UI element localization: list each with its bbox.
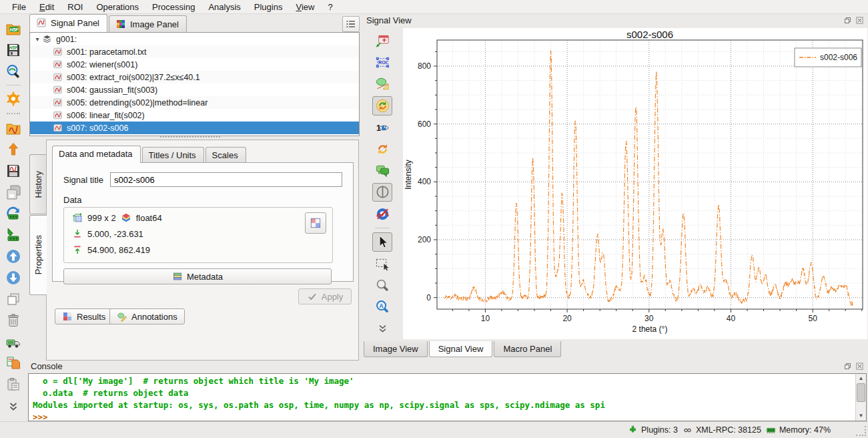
scroll-down-arrow[interactable]: ▼ xyxy=(859,411,864,421)
tree-item-s004[interactable]: s004: gaussian_fit(s003) xyxy=(30,83,359,96)
scroll-up-arrow[interactable]: ▲ xyxy=(859,374,864,383)
save-signal-button[interactable] xyxy=(5,162,22,180)
tree-item-label: s006: linear_fit(s002) xyxy=(67,111,145,120)
menu-plugins[interactable]: Plugins xyxy=(248,1,290,13)
menu-roi[interactable]: ROI xyxy=(61,1,89,13)
float-button[interactable] xyxy=(843,361,853,371)
reload-memory-button[interactable] xyxy=(5,205,22,222)
view-tab-image-view[interactable]: Image View xyxy=(364,341,428,357)
menu-view[interactable]: View xyxy=(289,1,321,13)
more-actions-icon xyxy=(5,398,21,414)
view-tab-macro-panel[interactable]: Macro Panel xyxy=(494,341,561,357)
properties-area: HistoryProperties Data and metadataTitle… xyxy=(29,140,358,359)
view-one-curve-button[interactable]: 1 xyxy=(373,119,392,137)
tree-item-s001[interactable]: s001: paracetamol.txt xyxy=(30,45,359,58)
delete-all-button[interactable] xyxy=(5,333,22,351)
annotations-shapes-button[interactable] xyxy=(373,75,392,93)
apply-check-icon xyxy=(307,291,318,302)
tab-signal-panel[interactable]: Signal Panel xyxy=(29,14,107,32)
menu-processing[interactable]: Processing xyxy=(145,1,201,13)
main-toolbar: H5FH5F xyxy=(0,14,27,423)
import-text-button[interactable] xyxy=(5,141,22,158)
more-tools-button[interactable] xyxy=(373,319,392,337)
signal-title-label: Signal title xyxy=(63,175,103,185)
tree-item-s005[interactable]: s005: detrending(s002)|method=linear xyxy=(30,96,359,109)
duplicate-icon xyxy=(5,291,21,307)
datalab-window: FileEditROIOperationsProcessingAnalysisP… xyxy=(0,0,868,438)
export-memory-button[interactable] xyxy=(5,226,22,244)
rectangle-select-button[interactable] xyxy=(373,255,392,273)
apply-button[interactable]: Apply xyxy=(298,288,352,304)
results-button[interactable]: Results xyxy=(55,308,113,324)
menu-bar: FileEditROIOperationsProcessingAnalysisP… xyxy=(0,0,868,14)
roi-button[interactable]: ROI xyxy=(373,53,392,71)
annotations-button[interactable]: Annotations xyxy=(109,308,185,324)
signal-title-input[interactable] xyxy=(110,172,342,187)
cross-section-button[interactable] xyxy=(372,183,392,202)
properties-frame: Data and metadataTitles / UnitsScales Si… xyxy=(46,140,359,361)
expander-icon[interactable]: ▾ xyxy=(33,35,42,43)
close-button[interactable] xyxy=(855,15,865,25)
autoscale-button[interactable]: A xyxy=(373,298,392,316)
refresh-icon xyxy=(375,142,390,157)
tab-label: Image Panel xyxy=(130,19,179,29)
side-tab-history[interactable]: History xyxy=(29,154,46,214)
curve-antialiasing-button[interactable] xyxy=(373,205,392,223)
view-in-new-window-button[interactable] xyxy=(373,33,392,51)
signal-tree[interactable]: ▾g001:s001: paracetamol.txts002: wiener(… xyxy=(29,32,360,136)
open-hdf5-button[interactable]: H5F xyxy=(5,20,22,37)
tree-item-s006[interactable]: s006: linear_fit(s002) xyxy=(30,109,359,122)
save-hdf5-button[interactable]: H5F xyxy=(5,41,22,59)
refresh-button[interactable] xyxy=(373,140,392,158)
scroll-thumb[interactable] xyxy=(857,383,865,402)
list-menu-icon xyxy=(345,18,357,30)
browse-hdf5-icon xyxy=(5,63,21,79)
menu-operations[interactable]: Operations xyxy=(89,1,145,13)
auto-refresh-button[interactable] xyxy=(372,96,392,116)
tree-item-s003[interactable]: s003: extract_roi(s002)|37.2≤x≤40.1 xyxy=(30,71,359,83)
settings-button[interactable] xyxy=(5,90,22,107)
menu-file[interactable]: File xyxy=(5,1,33,13)
select-tool-button[interactable] xyxy=(372,232,392,252)
prop-tab-data-and-metadata[interactable]: Data and metadata xyxy=(52,146,141,163)
data-shape: 999 x 2 xyxy=(87,213,116,223)
plot-canvas[interactable]: 10203040500200400600800s002-s0062 theta … xyxy=(403,28,867,339)
tab-image-panel[interactable]: Image Panel xyxy=(109,15,187,32)
side-tab-properties[interactable]: Properties xyxy=(29,215,47,295)
menu-?[interactable]: ? xyxy=(321,1,339,13)
copy-metadata-button[interactable] xyxy=(5,355,22,372)
tree-group-row[interactable]: ▾g001: xyxy=(30,33,359,45)
console-scrollbar[interactable]: ▲ ▼ xyxy=(855,374,866,421)
comments-icon xyxy=(375,163,390,178)
duplicate-button[interactable] xyxy=(5,290,22,308)
zoom-button[interactable] xyxy=(373,276,392,294)
splitter-handle[interactable] xyxy=(160,136,220,138)
metadata-button[interactable]: Metadata xyxy=(63,268,332,284)
comments-button[interactable] xyxy=(373,162,392,180)
close-button[interactable] xyxy=(855,361,865,371)
console-output[interactable]: o = dl['My image'] # returns object whic… xyxy=(28,373,867,421)
menu-edit[interactable]: Edit xyxy=(33,1,61,13)
open-signal-icon xyxy=(5,120,21,136)
float-button[interactable] xyxy=(843,15,853,25)
tree-item-s002[interactable]: s002: wiener(s001) xyxy=(30,58,359,71)
tree-item-s007[interactable]: s007: s002-s006 xyxy=(30,122,359,134)
move-down-button[interactable] xyxy=(5,269,22,286)
prop-tab-scales[interactable]: Scales xyxy=(205,147,246,163)
signal-item-icon xyxy=(53,85,63,95)
more-actions-button[interactable] xyxy=(5,397,22,415)
panel-options-button[interactable] xyxy=(342,16,360,32)
move-up-button[interactable] xyxy=(5,248,22,265)
open-signal-button[interactable] xyxy=(5,120,22,137)
menu-analysis[interactable]: Analysis xyxy=(201,1,247,13)
auto-refresh-icon xyxy=(375,98,390,114)
prop-tab-titles-units[interactable]: Titles / Units xyxy=(142,147,204,163)
resize-grip[interactable] xyxy=(856,426,866,436)
save-all-button[interactable] xyxy=(5,184,22,201)
console-title: Console xyxy=(31,361,63,371)
paste-metadata-button[interactable] xyxy=(5,376,22,393)
view-data-table-button[interactable] xyxy=(305,212,326,234)
delete-button[interactable] xyxy=(5,312,22,329)
browse-hdf5-button[interactable] xyxy=(5,63,22,80)
view-tab-signal-view[interactable]: Signal View xyxy=(429,341,493,357)
